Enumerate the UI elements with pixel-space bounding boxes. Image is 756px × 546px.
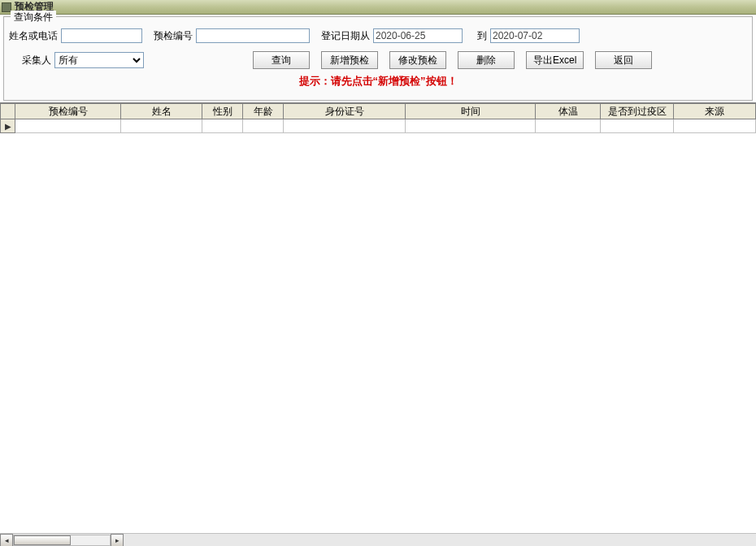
col-age[interactable]: 年龄: [243, 104, 284, 119]
name-phone-input[interactable]: [61, 28, 142, 43]
col-temp[interactable]: 体温: [536, 104, 601, 119]
scroll-track[interactable]: [13, 535, 111, 546]
date-to-input[interactable]: [490, 28, 580, 43]
grid-header-row: 预检编号 姓名 性别 年龄 身份证号 时间 体温 是否到过疫区 来源: [1, 104, 756, 119]
date-from-label: 登记日期从: [321, 29, 370, 43]
col-source[interactable]: 来源: [674, 104, 756, 119]
pre-id-input[interactable]: [196, 28, 310, 43]
data-grid[interactable]: 预检编号 姓名 性别 年龄 身份证号 时间 体温 是否到过疫区 来源 ▶: [0, 103, 756, 133]
grid-cell[interactable]: [202, 119, 243, 133]
col-epidemic[interactable]: 是否到过疫区: [601, 104, 674, 119]
grid-cell[interactable]: [121, 119, 202, 133]
groupbox-label: 查询条件: [11, 11, 56, 24]
grid-corner: [1, 104, 15, 119]
date-to-label: 到: [477, 29, 487, 43]
delete-button[interactable]: 删除: [458, 51, 515, 69]
grid-area: 预检编号 姓名 性别 年龄 身份证号 时间 体温 是否到过疫区 来源 ▶: [0, 102, 756, 546]
add-button[interactable]: 新增预检: [321, 51, 378, 69]
col-time[interactable]: 时间: [406, 104, 536, 119]
name-phone-label: 姓名或电话: [9, 29, 58, 43]
col-name[interactable]: 姓名: [121, 104, 202, 119]
grid-cell[interactable]: [284, 119, 406, 133]
edit-button[interactable]: 修改预检: [389, 51, 446, 69]
form-row-2: 采集人 所有 查询 新增预检 修改预检 删除 导出Excel 返回: [9, 51, 747, 69]
collector-label: 采集人: [22, 54, 51, 67]
button-row: 查询 新增预检 修改预检 删除 导出Excel 返回: [253, 51, 663, 69]
export-button[interactable]: 导出Excel: [526, 51, 584, 69]
col-gender[interactable]: 性别: [202, 104, 243, 119]
pre-id-label: 预检编号: [154, 29, 193, 43]
query-button[interactable]: 查询: [253, 51, 310, 69]
grid-cell[interactable]: [601, 119, 674, 133]
horizontal-scrollbar[interactable]: ◂ ▸: [0, 533, 756, 546]
row-indicator: ▶: [1, 119, 15, 133]
hint-text: 提示：请先点击“新增预检”按钮！: [9, 69, 747, 93]
grid-cell[interactable]: [15, 119, 121, 133]
form-row-1: 姓名或电话 预检编号 登记日期从 到: [9, 28, 747, 43]
collector-select[interactable]: 所有: [54, 52, 144, 68]
scroll-left-button[interactable]: ◂: [0, 534, 13, 547]
date-from-input[interactable]: [373, 28, 463, 43]
query-groupbox: 查询条件 姓名或电话 预检编号 登记日期从 到 采集人 所有 查询 新增预检: [3, 16, 753, 101]
grid-row-current[interactable]: ▶: [1, 119, 756, 133]
col-pre-id[interactable]: 预检编号: [15, 104, 121, 119]
grid-cell[interactable]: [674, 119, 756, 133]
grid-cell[interactable]: [536, 119, 601, 133]
scroll-thumb[interactable]: [14, 535, 71, 545]
grid-cell[interactable]: [243, 119, 284, 133]
window-titlebar: 预检管理: [0, 0, 756, 15]
back-button[interactable]: 返回: [595, 51, 652, 69]
grid-cell[interactable]: [406, 119, 536, 133]
col-idcard[interactable]: 身份证号: [284, 104, 406, 119]
scroll-right-button[interactable]: ▸: [111, 534, 124, 547]
